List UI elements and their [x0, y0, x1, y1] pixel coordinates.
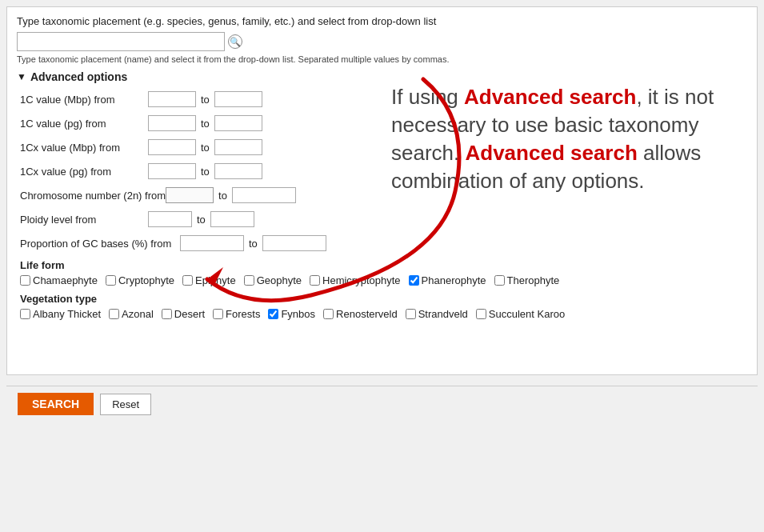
input-ploidy-from[interactable] [148, 211, 192, 227]
to-label-pg1cx: to [201, 166, 210, 178]
taxonomy-hint: Type taxonomic placement (name) and sele… [17, 54, 747, 64]
input-ploidy-to[interactable] [210, 211, 254, 227]
field-row-mbp1c: 1C value (Mbp) from to [20, 91, 747, 107]
search-icon[interactable]: 🔍 [228, 34, 242, 49]
input-pg1c-to[interactable] [214, 115, 262, 131]
reset-button[interactable]: Reset [100, 394, 151, 415]
checkbox-geophyte[interactable]: Geophyte [244, 274, 302, 286]
vegetation-section-title: Vegetation type [20, 293, 747, 305]
checkbox-geophyte-input[interactable] [244, 275, 254, 286]
checkbox-phanerophyte[interactable]: Phanerophyte [409, 274, 486, 286]
checkbox-hemicryptophyte-input[interactable] [310, 275, 320, 286]
checkbox-desert-label: Desert [174, 308, 205, 320]
input-mbp1c-to[interactable] [214, 91, 262, 107]
checkbox-fynbos[interactable]: Fynbos [268, 308, 315, 320]
to-label-ploidy: to [197, 214, 206, 226]
checkbox-forests-input[interactable] [213, 309, 223, 319]
input-mbp1c-from[interactable] [148, 91, 196, 107]
checkbox-epiphyte-label: Epiphyte [195, 274, 236, 286]
checkbox-albany-input[interactable] [20, 309, 30, 319]
checkbox-epiphyte-input[interactable] [182, 275, 193, 286]
input-gc-to[interactable] [262, 235, 326, 251]
input-mbp1cx-from[interactable] [148, 139, 196, 155]
toggle-triangle: ▼ [17, 71, 26, 82]
advanced-options-label: Advanced options [30, 70, 127, 83]
lifeform-checkboxes: Chamaephyte Cryptophyte Epiphyte Geophyt… [20, 274, 747, 286]
checkbox-strandveld[interactable]: Strandveld [406, 308, 468, 320]
bottom-action-bar: SEARCH Reset [6, 386, 758, 422]
input-pg1cx-to[interactable] [214, 163, 262, 179]
checkbox-hemicryptophyte-label: Hemicryptophyte [322, 274, 401, 286]
label-ploidy: Ploidy level from [20, 214, 148, 226]
input-pg1cx-from[interactable] [148, 163, 196, 179]
checkbox-succulent-label: Succulent Karoo [489, 308, 565, 320]
field-row-pg1c: 1C value (pg) from to [20, 115, 747, 131]
checkbox-succulent-input[interactable] [476, 309, 486, 319]
checkbox-renosterveld[interactable]: Renosterveld [323, 308, 398, 320]
checkbox-chamaephyte[interactable]: Chamaephyte [20, 274, 98, 286]
checkbox-chamaephyte-input[interactable] [20, 275, 30, 286]
checkbox-succulent[interactable]: Succulent Karoo [476, 308, 565, 320]
checkbox-therophyte[interactable]: Therophyte [494, 274, 560, 286]
taxonomy-input[interactable] [17, 32, 225, 51]
field-row-ploidy: Ploidy level from to [20, 211, 747, 227]
lifeform-section-title: Life form [20, 259, 747, 271]
to-label-mbp1cx: to [201, 142, 210, 154]
checkbox-chamaephyte-label: Chamaephyte [33, 274, 98, 286]
field-row-gc: Proportion of GC bases (%) from to [20, 235, 747, 251]
checkbox-cryptophyte-input[interactable] [106, 275, 116, 286]
to-label-gc: to [249, 238, 258, 250]
checkbox-strandveld-input[interactable] [406, 309, 416, 319]
label-mbp1cx: 1Cx value (Mbp) from [20, 142, 148, 154]
checkbox-strandveld-label: Strandveld [418, 308, 468, 320]
to-label-chr: to [218, 190, 227, 202]
checkbox-hemicryptophyte[interactable]: Hemicryptophyte [310, 274, 401, 286]
checkbox-phanerophyte-label: Phanerophyte [422, 274, 486, 286]
advanced-options-body: 1C value (Mbp) from to 1C value (pg) fro… [17, 91, 747, 320]
checkbox-fynbos-input[interactable] [268, 309, 278, 319]
label-gc: Proportion of GC bases (%) from [20, 238, 180, 250]
search-button[interactable]: SEARCH [18, 393, 94, 415]
checkbox-desert-input[interactable] [162, 309, 172, 319]
to-label-mbp1c: to [201, 94, 210, 106]
checkbox-fynbos-label: Fynbos [281, 308, 315, 320]
label-pg1c: 1C value (pg) from [20, 118, 148, 130]
field-row-chr: Chromosome number (2n) from to [20, 187, 747, 203]
checkbox-azonal-label: Azonal [122, 308, 154, 320]
field-row-pg1cx: 1Cx value (pg) from to [20, 163, 747, 179]
input-mbp1cx-to[interactable] [214, 139, 262, 155]
checkbox-forests-label: Forests [226, 308, 260, 320]
input-chr-to[interactable] [232, 187, 296, 203]
checkbox-renosterveld-input[interactable] [323, 309, 334, 319]
vegetation-checkboxes: Albany Thicket Azonal Desert Forests Fyn… [20, 308, 747, 320]
label-chr: Chromosome number (2n) from [20, 190, 166, 202]
checkbox-albany[interactable]: Albany Thicket [20, 308, 101, 320]
checkbox-epiphyte[interactable]: Epiphyte [182, 274, 236, 286]
checkbox-albany-label: Albany Thicket [33, 308, 101, 320]
checkbox-therophyte-label: Therophyte [507, 274, 560, 286]
input-gc-from[interactable] [180, 235, 244, 251]
taxonomy-label: Type taxonomic placement (e.g. species, … [17, 15, 747, 27]
input-pg1c-from[interactable] [148, 115, 196, 131]
checkbox-cryptophyte[interactable]: Cryptophyte [106, 274, 174, 286]
label-pg1cx: 1Cx value (pg) from [20, 166, 148, 178]
checkbox-desert[interactable]: Desert [162, 308, 205, 320]
advanced-options-toggle[interactable]: ▼ Advanced options [17, 70, 747, 83]
label-mbp1c: 1C value (Mbp) from [20, 94, 148, 106]
checkbox-azonal-input[interactable] [109, 309, 119, 319]
to-label-pg1c: to [201, 118, 210, 130]
checkbox-renosterveld-label: Renosterveld [336, 308, 398, 320]
checkbox-phanerophyte-input[interactable] [409, 275, 419, 286]
input-chr-from[interactable] [166, 187, 214, 203]
checkbox-therophyte-input[interactable] [494, 275, 505, 286]
checkbox-azonal[interactable]: Azonal [109, 308, 154, 320]
checkbox-cryptophyte-label: Cryptophyte [118, 274, 174, 286]
checkbox-forests[interactable]: Forests [213, 308, 260, 320]
checkbox-geophyte-label: Geophyte [257, 274, 302, 286]
field-row-mbp1cx: 1Cx value (Mbp) from to [20, 139, 747, 155]
